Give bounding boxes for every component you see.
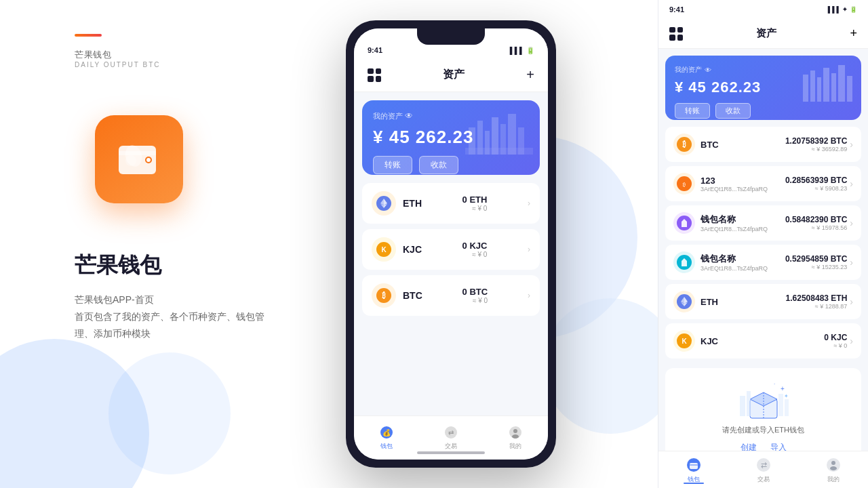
right-wallet2-addr: 3ArEQt1R8...TsZ4fpaRQ bbox=[701, 265, 785, 272]
right-btc-amount: 1.20758392 BTC bbox=[785, 136, 847, 146]
right-nav-mine[interactable]: 我的 bbox=[825, 456, 842, 484]
phone-nav-mine[interactable]: 我的 bbox=[508, 425, 523, 451]
svg-rect-36 bbox=[847, 76, 852, 102]
right-nav-wallet[interactable]: 钱包 bbox=[685, 456, 703, 484]
right-coin-wallet2[interactable]: 钱包名称 3ArEQt1R8...TsZ4fpaRQ 0.52954859 BT… bbox=[665, 245, 861, 280]
phone-status-icons: ▌▌▌ 🔋 bbox=[510, 47, 534, 54]
phone-notch bbox=[417, 28, 485, 45]
right-wallet2-name: 钱包名称 bbox=[701, 253, 785, 265]
phone-eye-icon[interactable]: 👁 bbox=[405, 111, 413, 121]
right-asset-buttons: 转账 收款 bbox=[675, 103, 852, 119]
phone-kjc-name: KJC bbox=[403, 244, 422, 255]
right-nav-grid-icon[interactable] bbox=[669, 27, 683, 41]
svg-rect-35 bbox=[838, 65, 845, 102]
phone-kjc-chevron: › bbox=[528, 245, 530, 254]
accent-line bbox=[75, 34, 102, 37]
right-eth-info: ETH bbox=[701, 297, 786, 307]
phone-coin-eth[interactable]: ETH 0 ETH ≈ ¥ 0 › bbox=[362, 183, 540, 224]
right-123-amount: 0.28563939 BTC bbox=[785, 176, 847, 185]
svg-text:₿: ₿ bbox=[382, 291, 386, 300]
right-kjc-name: KJC bbox=[701, 336, 824, 346]
phone-nav-mine-label: 我的 bbox=[509, 442, 521, 451]
right-kjc-amount: 0 KJC bbox=[824, 333, 847, 342]
phone-receive-button[interactable]: 收款 bbox=[419, 156, 458, 174]
phone-eth-chevron: › bbox=[528, 199, 530, 208]
svg-rect-63 bbox=[690, 463, 698, 469]
right-kjc-chevron: › bbox=[850, 336, 853, 346]
right-kjc-icon: K bbox=[673, 330, 695, 352]
phone-add-button[interactable]: + bbox=[526, 67, 534, 83]
right-kjc-info: KJC bbox=[701, 336, 824, 346]
svg-text:⇄: ⇄ bbox=[448, 429, 454, 436]
svg-rect-58 bbox=[740, 396, 745, 416]
right-eye-icon[interactable]: 👁 bbox=[705, 66, 711, 74]
right-btc-chevron: › bbox=[850, 139, 853, 150]
right-receive-button[interactable]: 收款 bbox=[715, 103, 751, 119]
right-wallet1-addr: 3ArEQt1R8...TsZ4fpaRQ bbox=[701, 226, 785, 232]
app-desc-line2: 首页包含了我的资产、各个币种资产、钱包管 bbox=[75, 308, 305, 325]
phone-nav-bar: 资产 + bbox=[354, 58, 548, 92]
phone-btc-icon: ₿ bbox=[372, 283, 396, 308]
right-bottom-nav: 钱包 ⇄ 交易 我的 bbox=[658, 451, 868, 488]
right-btc-name: BTC bbox=[701, 140, 785, 150]
right-nav-trade[interactable]: ⇄ 交易 bbox=[755, 456, 772, 484]
phone-coin-kjc[interactable]: K KJC 0 KJC ≈ ¥ 0 › bbox=[362, 229, 540, 270]
right-coin-wallet1[interactable]: 钱包名称 3ArEQt1R8...TsZ4fpaRQ 0.58482390 BT… bbox=[665, 205, 861, 241]
svg-point-5 bbox=[125, 155, 136, 166]
phone-nav-wallet[interactable]: 💰 钱包 bbox=[379, 425, 394, 451]
app-desc-line1: 芒果钱包APP-首页 bbox=[75, 291, 305, 308]
right-transfer-button[interactable]: 转账 bbox=[675, 103, 710, 119]
phone-kjc-approx: ≈ ¥ 0 bbox=[462, 251, 488, 258]
right-btc-info: BTC bbox=[701, 140, 785, 150]
phone-kjc-icon: K bbox=[372, 237, 396, 262]
right-wallet1-icon bbox=[673, 212, 695, 234]
right-wallet1-amounts: 0.58482390 BTC ≈ ¥ 15978.56 bbox=[785, 215, 847, 231]
phone-coin-list: ETH 0 ETH ≈ ¥ 0 › K KJC bbox=[362, 183, 540, 316]
phone-frame: 9:41 ▌▌▌ 🔋 资产 + bbox=[346, 20, 556, 468]
svg-point-3 bbox=[146, 158, 151, 162]
right-coin-123[interactable]: ₿ 123 3ArEQt1R8...TsZ4fpaRQ 0.28563939 B… bbox=[665, 166, 861, 201]
phone-nav-grid-icon[interactable] bbox=[368, 68, 381, 82]
phone-coin-btc[interactable]: ₿ BTC 0 BTC ≈ ¥ 0 › bbox=[362, 275, 540, 316]
phone-coin-kjc-left: K KJC bbox=[372, 237, 422, 262]
right-wallet2-sub: ≈ ¥ 15235.23 bbox=[785, 264, 847, 270]
right-add-button[interactable]: + bbox=[850, 26, 857, 41]
right-eth-name: ETH bbox=[701, 297, 786, 307]
right-wallet2-amounts: 0.52954859 BTC ≈ ¥ 15235.23 bbox=[785, 254, 847, 270]
right-eth-create-text: 请先创建或导入ETH钱包 bbox=[676, 425, 850, 435]
right-123-icon: ₿ bbox=[673, 173, 695, 195]
svg-rect-32 bbox=[817, 77, 821, 102]
right-city-svg bbox=[802, 61, 856, 102]
right-coin-kjc[interactable]: K KJC 0 KJC ≈ ¥ 0 › bbox=[665, 323, 861, 359]
right-btc-amounts: 1.20758392 BTC ≈ ¥ 36592.89 bbox=[785, 136, 847, 152]
right-coin-btc[interactable]: ₿ BTC 1.20758392 BTC ≈ ¥ 36592.89 › bbox=[665, 127, 861, 162]
phone-nav-wallet-label: 钱包 bbox=[380, 442, 393, 451]
right-btc-icon: ₿ bbox=[673, 134, 695, 155]
phone-asset-card: 我的资产 👁 ¥ 45 262.23 转账 收款 bbox=[362, 100, 540, 175]
svg-rect-59 bbox=[747, 391, 751, 416]
right-eth-amounts: 1.62508483 ETH ≈ ¥ 1288.87 bbox=[786, 293, 848, 310]
phone-transfer-button[interactable]: 转账 bbox=[373, 156, 412, 174]
app-desc-line3: 理、添加币种模块 bbox=[75, 325, 305, 342]
phone-home-indicator bbox=[417, 451, 485, 454]
right-coin-list: ₿ BTC 1.20758392 BTC ≈ ¥ 36592.89 › ₿ 12… bbox=[658, 127, 868, 363]
svg-text:·: · bbox=[774, 381, 775, 387]
svg-text:⇄: ⇄ bbox=[760, 461, 766, 469]
right-status-bar: 9:41 ▌▌▌ ✦ 🔋 bbox=[658, 0, 868, 19]
app-main-title: 芒果钱包 bbox=[75, 251, 161, 281]
phone-btc-amount: 0 BTC bbox=[462, 287, 488, 297]
right-coin-eth[interactable]: ETH 1.62508483 ETH ≈ ¥ 1288.87 › bbox=[665, 284, 861, 319]
svg-text:💰: 💰 bbox=[382, 428, 391, 437]
phone-nav-trade[interactable]: ⇄ 交易 bbox=[443, 425, 458, 451]
phone-screen: 9:41 ▌▌▌ 🔋 资产 + bbox=[354, 28, 548, 460]
right-wallet1-name: 钱包名称 bbox=[701, 214, 785, 226]
right-123-chevron: › bbox=[850, 178, 853, 189]
phone-asset-buttons: 转账 收款 bbox=[373, 156, 529, 174]
right-nav-trade-label: 交易 bbox=[757, 475, 770, 484]
city-svg bbox=[465, 107, 533, 155]
app-icon-svg bbox=[112, 132, 166, 186]
right-wallet2-info: 钱包名称 3ArEQt1R8...TsZ4fpaRQ bbox=[701, 253, 785, 272]
right-123-sub: ≈ ¥ 5908.23 bbox=[785, 185, 847, 192]
right-123-amounts: 0.28563939 BTC ≈ ¥ 5908.23 bbox=[785, 176, 847, 192]
svg-text:+: + bbox=[781, 385, 785, 392]
